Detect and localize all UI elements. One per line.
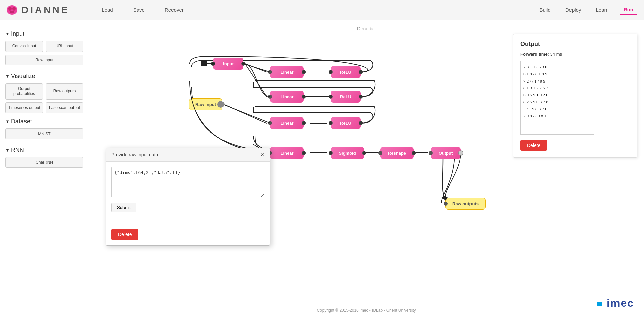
relu1-in bbox=[329, 70, 333, 74]
sidebar-section-dataset: ▼ Dataset bbox=[5, 118, 83, 125]
raw-outputs-node[interactable]: Raw outputs bbox=[445, 198, 486, 210]
relu3-out bbox=[359, 121, 363, 125]
forward-time: Forward time: 34 ms bbox=[520, 52, 630, 57]
sidebar-section-visualize: ▼ Visualize bbox=[5, 73, 83, 80]
relu3-in bbox=[329, 121, 333, 125]
relu3-node[interactable]: ReLU bbox=[331, 117, 361, 129]
output-node[interactable]: Output bbox=[431, 147, 461, 159]
modal-body: Submit Delete bbox=[106, 162, 270, 245]
timeseries-output-button[interactable]: Timeseries output bbox=[5, 102, 43, 114]
linear4-out bbox=[302, 151, 306, 155]
nav-right: Build Deploy Learn Run bbox=[535, 5, 644, 15]
linear1-in bbox=[268, 70, 272, 74]
mnist-output-grid: 7 8 1 1 / 5 3 0 6 1 9 / 8 1 9 9 7 2 / / … bbox=[520, 61, 594, 135]
laserscan-output-button[interactable]: Laserscan output bbox=[46, 102, 83, 114]
relu2-in bbox=[329, 95, 333, 99]
linear3-in bbox=[268, 121, 272, 125]
raw-outputs-button[interactable]: Raw outputs bbox=[46, 83, 83, 100]
app-title: DIANNE bbox=[21, 5, 69, 15]
linear3-node[interactable]: Linear bbox=[270, 117, 304, 129]
imec-logo: imec bbox=[597, 297, 634, 309]
modal-close-button[interactable]: ✕ bbox=[260, 152, 264, 157]
output-in bbox=[429, 151, 433, 155]
raw-input-out-connector bbox=[217, 101, 224, 108]
output-delete-button[interactable]: Delete bbox=[520, 140, 547, 151]
linear2-out bbox=[302, 95, 306, 99]
modal-title: Provide raw input data bbox=[111, 152, 158, 157]
mnist-button[interactable]: MNIST bbox=[5, 128, 83, 139]
linear4-node[interactable]: Linear bbox=[270, 147, 304, 159]
nav-recover[interactable]: Recover bbox=[165, 7, 184, 13]
sidebar-section-input: ▼ Input bbox=[5, 30, 83, 37]
canvas-area: Decoder Inpu bbox=[89, 20, 644, 316]
nav-build-button[interactable]: Build bbox=[535, 5, 554, 15]
linear3-out bbox=[302, 121, 306, 125]
input-out-connector bbox=[241, 62, 245, 66]
sidebar-section-rnn: ▼ RNN bbox=[5, 147, 83, 154]
canvas-label: Decoder bbox=[357, 25, 376, 31]
svg-point-2 bbox=[12, 7, 16, 11]
relu1-node[interactable]: ReLU bbox=[331, 66, 361, 78]
top-navigation: DIANNE Load Save Recover Build Deploy Le… bbox=[0, 0, 644, 20]
input-in-connector bbox=[211, 62, 215, 66]
svg-line-21 bbox=[223, 104, 270, 123]
visualize-buttons: Output probabilities Raw outputs Timeser… bbox=[5, 83, 83, 114]
nav-center: Load Save Recover bbox=[102, 7, 183, 13]
input-node[interactable]: Input bbox=[213, 58, 243, 70]
modal-submit-button[interactable]: Submit bbox=[111, 203, 136, 212]
reshape-out bbox=[412, 151, 416, 155]
charrnn-button[interactable]: CharRNN bbox=[5, 157, 83, 168]
output-panel-title: Output bbox=[520, 41, 630, 48]
raw-input-modal: Provide raw input data ✕ Submit Delete bbox=[106, 148, 270, 246]
relu1-out bbox=[359, 70, 363, 74]
linear2-in bbox=[268, 95, 272, 99]
relu2-node[interactable]: ReLU bbox=[331, 91, 361, 103]
raw-input-button[interactable]: Raw Input bbox=[5, 55, 83, 65]
logo-area: DIANNE bbox=[0, 3, 75, 17]
modal-header: Provide raw input data ✕ bbox=[106, 148, 270, 162]
raw-input-node[interactable]: Raw Input bbox=[189, 98, 222, 110]
linear2-node[interactable]: Linear bbox=[270, 91, 304, 103]
nav-load[interactable]: Load bbox=[102, 7, 113, 13]
raw-outputs-in bbox=[444, 202, 448, 206]
brain-icon bbox=[5, 3, 19, 17]
nav-learn-button[interactable]: Learn bbox=[592, 5, 612, 15]
canvas-input-button[interactable]: Canvas Input bbox=[5, 41, 43, 52]
linear1-out bbox=[302, 70, 306, 74]
copyright-text: Copyright © 2015-2016 imec - IDLab - Ghe… bbox=[317, 308, 416, 313]
raw-input-textarea[interactable] bbox=[111, 167, 264, 197]
sigmoid-node[interactable]: Sigmoid bbox=[331, 147, 364, 159]
svg-point-1 bbox=[8, 7, 12, 11]
reshape-node[interactable]: Reshape bbox=[380, 147, 414, 159]
modal-delete-button[interactable]: Delete bbox=[111, 229, 138, 240]
nav-run-button[interactable]: Run bbox=[620, 5, 637, 15]
output-panel: Output Forward time: 34 ms 7 8 1 1 / 5 3… bbox=[513, 34, 637, 158]
sigmoid-in bbox=[329, 151, 333, 155]
nav-deploy-button[interactable]: Deploy bbox=[561, 5, 585, 15]
reshape-in bbox=[378, 151, 382, 155]
imec-square-icon bbox=[597, 302, 602, 306]
svg-line-7 bbox=[243, 64, 270, 72]
output-out bbox=[459, 151, 463, 155]
input-block bbox=[201, 61, 207, 66]
output-probabilities-button[interactable]: Output probabilities bbox=[5, 83, 43, 100]
sigmoid-out bbox=[362, 151, 366, 155]
nav-save[interactable]: Save bbox=[133, 7, 145, 13]
linear1-node[interactable]: Linear bbox=[270, 66, 304, 78]
sidebar: ▼ Input Canvas Input URL Input Raw Input… bbox=[0, 20, 89, 316]
relu2-out bbox=[359, 95, 363, 99]
url-input-button[interactable]: URL Input bbox=[46, 41, 83, 52]
input-buttons: Canvas Input URL Input bbox=[5, 41, 83, 52]
